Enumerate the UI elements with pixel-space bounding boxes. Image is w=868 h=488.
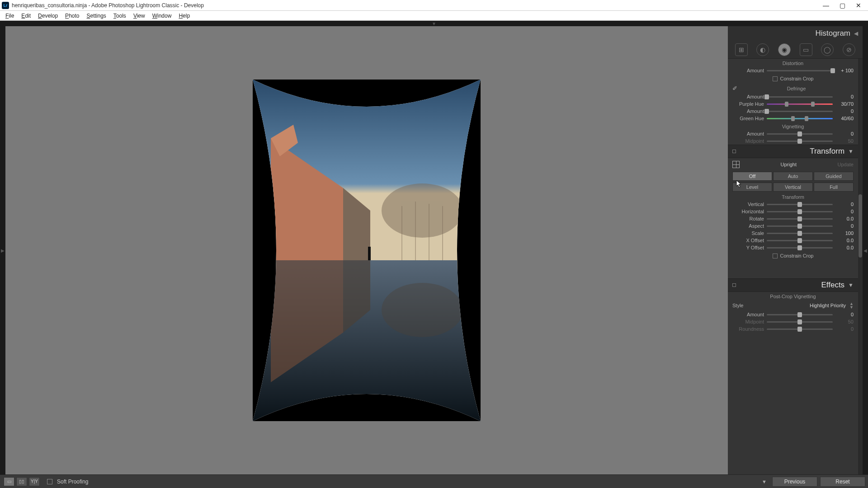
right-panel-handle[interactable]: ◀ <box>863 26 868 474</box>
menu-settings[interactable]: Settings <box>83 13 109 19</box>
menu-photo[interactable]: Photo <box>61 13 83 19</box>
dropdown-icon[interactable]: ▲▼ <box>849 302 854 309</box>
transform-aspect-slider[interactable] <box>767 225 833 227</box>
green-hue-value[interactable]: 40/60 <box>835 116 854 121</box>
distortion-title: Distortion <box>728 59 858 67</box>
radial-tool-icon[interactable]: ◯ <box>821 43 834 56</box>
menu-window[interactable]: Window <box>149 13 175 19</box>
purple-hue-value[interactable]: 30/70 <box>835 101 854 107</box>
upright-update[interactable]: Update <box>838 162 854 167</box>
pcv-midpoint-slider[interactable] <box>767 321 833 323</box>
reset-button[interactable]: Reset <box>820 477 865 487</box>
crop-tool-icon[interactable]: ⊞ <box>735 43 748 56</box>
distortion-amount-label: Amount <box>732 68 764 73</box>
defringe-amount2-value[interactable]: 0 <box>835 108 854 114</box>
effects-title: Effects <box>821 281 844 290</box>
transform-constrain-label: Constrain Crop <box>780 253 814 258</box>
effects-header[interactable]: Effects ▼ <box>728 278 858 292</box>
transform-horizontal-value[interactable]: 0 <box>835 209 854 214</box>
transform-y-offset-slider[interactable] <box>767 247 833 249</box>
toolbar-dropdown[interactable]: ▼ <box>762 479 767 484</box>
minimize-button[interactable]: — <box>822 2 830 9</box>
vignetting-title: Vignetting <box>728 122 858 130</box>
panel-switch-icon[interactable] <box>732 283 736 287</box>
bottom-toolbar: ▭ ▯▯ Y|Y Soft Proofing ▼ Previous Reset <box>0 474 868 488</box>
transform-x-offset-slider[interactable] <box>767 240 833 241</box>
transform-constrain-checkbox[interactable] <box>773 253 778 258</box>
gradient-tool-icon[interactable]: ▭ <box>800 43 812 56</box>
develop-toolstrip: ⊞ ◐ ◉ ▭ ◯ ⊘ <box>728 41 863 59</box>
distortion-amount-value[interactable]: + 100 <box>835 68 854 73</box>
vignetting-midpoint-slider[interactable] <box>767 141 833 142</box>
vignetting-midpoint-value[interactable]: 50 <box>835 138 854 144</box>
pcv-roundness-label: Roundness <box>732 326 764 332</box>
transform-vertical-slider[interactable] <box>767 204 833 205</box>
transform-scale-value[interactable]: 100 <box>835 230 854 236</box>
upright-guided-button[interactable]: Guided <box>814 172 854 181</box>
top-panel-handle[interactable]: ▼ <box>0 21 868 26</box>
style-value[interactable]: Highlight Priority <box>810 303 846 308</box>
upright-auto-button[interactable]: Auto <box>773 172 813 181</box>
vignetting-amount-value[interactable]: 0 <box>835 131 854 136</box>
collapse-icon: ◀ <box>854 30 858 37</box>
close-button[interactable]: ✕ <box>854 2 863 9</box>
previous-button[interactable]: Previous <box>772 477 817 487</box>
green-hue-label: Green Hue <box>732 116 764 121</box>
transform-y-offset-value[interactable]: 0.0 <box>835 245 854 250</box>
before-after-tb-button[interactable]: Y|Y <box>29 477 40 486</box>
upright-level-button[interactable]: Level <box>732 183 772 192</box>
eyedropper-icon[interactable]: ✐ <box>732 85 737 92</box>
defringe-amount2-slider[interactable] <box>767 111 833 112</box>
left-panel-handle[interactable]: ▶ <box>0 26 5 474</box>
transform-rotate-slider[interactable] <box>767 218 833 220</box>
menu-edit[interactable]: Edit <box>18 13 34 19</box>
upright-off-button[interactable]: Off <box>732 172 772 181</box>
pcv-roundness-value[interactable]: 0 <box>835 326 854 332</box>
spot-tool-icon[interactable]: ◐ <box>756 43 769 56</box>
svg-point-9 <box>382 183 463 238</box>
green-hue-slider[interactable] <box>767 118 833 119</box>
panel-scrollbar[interactable] <box>858 59 863 474</box>
constrain-crop-checkbox[interactable] <box>773 76 778 81</box>
histogram-header[interactable]: Histogram ◀ <box>728 26 863 41</box>
purple-hue-label: Purple Hue <box>732 101 764 107</box>
pcv-amount-value[interactable]: 0 <box>835 312 854 317</box>
transform-horizontal-label: Horizontal <box>732 209 764 214</box>
pcv-amount-slider[interactable] <box>767 314 833 315</box>
panel-switch-icon[interactable] <box>732 150 736 153</box>
transform-scale-slider[interactable] <box>767 233 833 234</box>
transform-vertical-value[interactable]: 0 <box>835 202 854 207</box>
transform-vertical-label: Vertical <box>732 202 764 207</box>
soft-proof-checkbox[interactable] <box>47 479 52 484</box>
defringe-amount1-slider[interactable] <box>767 96 833 98</box>
loupe-view-button[interactable]: ▭ <box>4 477 14 486</box>
transform-rotate-value[interactable]: 0.0 <box>835 216 854 221</box>
upright-guided-icon[interactable] <box>732 161 740 168</box>
distortion-amount-slider[interactable] <box>767 70 833 71</box>
brush-tool-icon[interactable]: ⊘ <box>843 43 855 56</box>
pcv-roundness-slider[interactable] <box>767 328 833 330</box>
canvas-area[interactable] <box>5 26 728 474</box>
upright-full-button[interactable]: Full <box>814 183 854 192</box>
menu-view[interactable]: View <box>130 13 149 19</box>
before-after-lr-button[interactable]: ▯▯ <box>16 477 27 486</box>
defringe-amount1-value[interactable]: 0 <box>835 94 854 99</box>
vignetting-amount-label: Amount <box>732 131 764 136</box>
pcv-midpoint-value[interactable]: 50 <box>835 319 854 324</box>
purple-hue-slider[interactable] <box>767 103 833 105</box>
chevron-down-icon: ▼ <box>848 282 854 288</box>
menu-tools[interactable]: Tools <box>110 13 130 19</box>
maximize-button[interactable]: ▢ <box>838 2 846 9</box>
transform-header[interactable]: Transform ▼ <box>728 145 858 158</box>
menu-develop[interactable]: Develop <box>34 13 61 19</box>
transform-x-offset-value[interactable]: 0.0 <box>835 238 854 243</box>
transform-horizontal-slider[interactable] <box>767 211 833 212</box>
menu-help[interactable]: Help <box>175 13 193 19</box>
vignetting-amount-slider[interactable] <box>767 133 833 135</box>
menu-file[interactable]: File <box>2 13 18 19</box>
upright-vertical-button[interactable]: Vertical <box>773 183 813 192</box>
transform-scale-label: Scale <box>732 230 764 236</box>
redeye-tool-icon[interactable]: ◉ <box>778 43 791 56</box>
defringe-title: Defringe <box>739 84 854 92</box>
transform-aspect-value[interactable]: 0 <box>835 223 854 229</box>
